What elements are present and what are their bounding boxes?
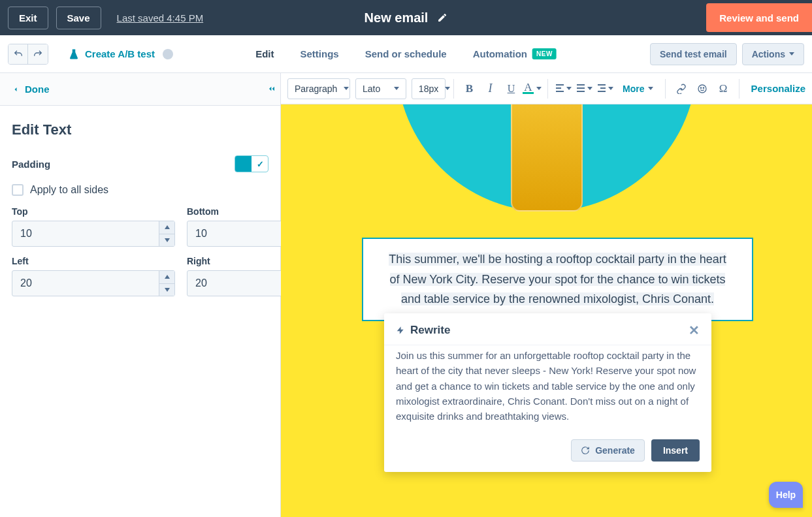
generate-button[interactable]: Generate (571, 439, 645, 462)
chevron-down-icon (536, 87, 542, 90)
padding-grid: Top Bottom (0, 206, 280, 296)
insert-button[interactable]: Insert (651, 439, 700, 462)
rewrite-header: Rewrite ✕ (384, 313, 711, 345)
more-dropdown[interactable]: More (623, 84, 653, 94)
chevron-left-icon (12, 86, 20, 93)
rewrite-title: Rewrite (410, 324, 450, 337)
font-size-label: 18px (419, 84, 438, 94)
selected-text: This summer, we'll be hosting a rooftop … (389, 253, 726, 306)
indent-button[interactable] (598, 80, 613, 98)
list-icon (577, 84, 585, 93)
separator (665, 79, 666, 99)
review-and-send-button[interactable]: Review and send (706, 3, 812, 32)
exit-button[interactable]: Exit (8, 7, 48, 29)
collapse-panel-button[interactable] (263, 80, 281, 98)
help-button[interactable]: Help (769, 482, 803, 508)
paragraph-select[interactable]: Paragraph (287, 78, 350, 99)
create-ab-test-label: Create A/B test (85, 48, 155, 59)
svg-point-0 (698, 85, 706, 93)
new-badge: NEW (532, 48, 557, 59)
align-icon (556, 84, 564, 93)
list-button[interactable] (577, 80, 593, 98)
apply-all-label: Apply to all sides (30, 184, 108, 196)
more-label: More (623, 84, 644, 94)
right-actions: Send test email Actions (650, 43, 804, 65)
chevron-down-icon (566, 87, 572, 90)
separator (547, 79, 548, 99)
apply-all-row: Apply to all sides (0, 179, 280, 206)
font-select-label: Lato (363, 84, 380, 94)
flask-icon (68, 48, 80, 60)
padding-top-input[interactable] (12, 221, 159, 246)
rewrite-footer: Generate Insert (384, 433, 711, 472)
refresh-icon (581, 446, 590, 455)
padding-top-field: Top (12, 206, 175, 247)
canvas-area: Paragraph Lato 18px B I U A (281, 73, 812, 517)
last-saved-text[interactable]: Last saved 4:45 PM (117, 12, 204, 24)
align-button[interactable] (556, 80, 572, 98)
separator (453, 79, 454, 99)
font-size-select[interactable]: 18px (412, 78, 446, 99)
padding-left-field: Left (12, 256, 175, 296)
rewrite-suggestion-text: Join us this summer for an unforgettable… (384, 345, 711, 433)
chevron-down-icon (648, 87, 653, 90)
done-bar: Done (0, 73, 280, 106)
send-test-email-button[interactable]: Send test email (650, 43, 737, 65)
actions-label: Actions (752, 49, 785, 59)
tab-automation-label: Automation (473, 48, 527, 59)
done-link[interactable]: Done (12, 84, 268, 95)
italic-button[interactable]: I (482, 80, 498, 98)
indent-icon (598, 84, 606, 93)
padding-top-label: Top (12, 206, 175, 217)
bold-button[interactable]: B (461, 80, 477, 98)
chevron-down-icon (394, 87, 399, 90)
personalize-link[interactable]: Personalize (751, 83, 805, 94)
padding-left-label: Left (12, 256, 175, 266)
emoji-icon (697, 84, 707, 94)
close-icon[interactable]: ✕ (689, 322, 700, 338)
link-button[interactable] (674, 80, 689, 98)
padding-toggle[interactable] (235, 155, 268, 172)
emoji-button[interactable] (694, 80, 710, 98)
underline-button[interactable]: U (503, 80, 519, 98)
padding-label: Padding (12, 159, 50, 170)
link-icon (676, 84, 687, 94)
bolt-icon (396, 325, 405, 336)
create-ab-test-link[interactable]: Create A/B test (68, 48, 173, 60)
padding-top-up[interactable] (159, 221, 174, 234)
hero-image (397, 104, 697, 212)
chevron-down-icon (608, 87, 613, 90)
text-color-button[interactable]: A (524, 80, 540, 98)
redo-button[interactable] (28, 44, 48, 64)
padding-left-up[interactable] (159, 271, 174, 284)
svg-point-1 (700, 87, 701, 88)
chevron-down-icon (344, 87, 349, 90)
paragraph-select-label: Paragraph (295, 84, 337, 94)
padding-left-input[interactable] (12, 271, 159, 296)
chevron-down-icon (445, 87, 450, 90)
chevron-down-icon (587, 87, 593, 90)
chevron-down-icon (789, 52, 794, 55)
font-select[interactable]: Lato (355, 78, 406, 99)
rewrite-popover: Rewrite ✕ Join us this summer for an unf… (384, 313, 711, 472)
padding-top-down[interactable] (159, 234, 174, 247)
text-module-selected[interactable]: This summer, we'll be hosting a rooftop … (362, 238, 753, 321)
email-canvas[interactable]: This summer, we'll be hosting a rooftop … (281, 104, 812, 517)
secondbar: Create A/B test Edit Settings Send or sc… (0, 35, 812, 73)
padding-left-down[interactable] (159, 284, 174, 296)
save-button[interactable]: Save (56, 7, 101, 29)
done-label: Done (25, 84, 50, 95)
panel-title: Edit Text (0, 106, 280, 144)
undo-redo-group (8, 44, 48, 65)
format-toolbar: Paragraph Lato 18px B I U A (281, 73, 812, 104)
undo-button[interactable] (8, 44, 28, 64)
svg-point-2 (703, 87, 704, 88)
special-char-button[interactable]: Ω (715, 80, 731, 98)
main-area: Done Edit Text Padding Apply to all side… (0, 73, 812, 517)
actions-dropdown[interactable]: Actions (742, 43, 804, 65)
info-icon[interactable] (163, 49, 173, 59)
separator (739, 79, 739, 99)
apply-all-checkbox[interactable] (12, 184, 24, 196)
padding-row: Padding (0, 144, 280, 179)
generate-label: Generate (595, 445, 635, 456)
